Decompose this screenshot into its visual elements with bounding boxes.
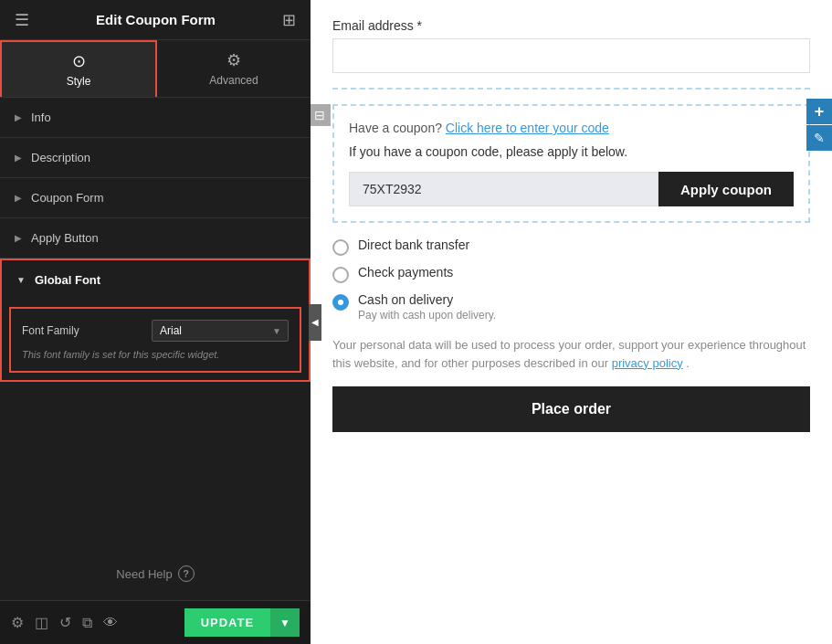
coupon-input[interactable] [349,172,658,206]
settings-icon[interactable]: ⚙ [11,614,24,631]
radio-cash-icon[interactable] [332,294,349,311]
apply-button-arrow-icon: ▶ [15,233,22,243]
privacy-link[interactable]: privacy policy [612,356,683,370]
update-button[interactable]: UPDATE [184,608,270,637]
apply-coupon-button[interactable]: Apply coupon [658,172,794,206]
left-panel: ☰ Edit Coupon Form ⊞ ⊙ Style ⚙ Advanced … [0,0,311,644]
payment-cash: Cash on delivery Pay with cash upon deli… [332,292,810,322]
update-arrow-button[interactable]: ▼ [270,608,300,637]
responsive-icon[interactable]: ⧉ [82,615,92,631]
help-icon: ? [178,565,195,582]
accordion-coupon-form: ▶ Coupon Form [0,178,311,218]
tab-style[interactable]: ⊙ Style [0,40,157,97]
radio-check-icon[interactable] [332,267,349,283]
payment-bank-transfer: Direct bank transfer [332,238,810,256]
bottom-toolbar: ⚙ ◫ ↺ ⧉ 👁 UPDATE ▼ [0,600,311,644]
accordion-coupon-form-label: Coupon Form [31,191,103,205]
edit-element-button[interactable]: ✎ [806,125,832,151]
coupon-form-arrow-icon: ▶ [15,193,22,203]
tab-advanced-label: Advanced [209,74,258,87]
accordion-description-header[interactable]: ▶ Description [0,138,311,177]
add-element-button[interactable]: + [806,99,832,124]
accordion-info-label: Info [31,111,51,124]
font-family-row: Font Family Arial Helvetica Georgia Time… [22,320,289,342]
preview-icon[interactable]: 👁 [103,615,118,631]
preview-area: Email address * ⊟ Have a coupon? Click h… [311,0,832,644]
coupon-section: Have a coupon? Click here to enter your … [332,104,810,223]
accordion-coupon-form-header[interactable]: ▶ Coupon Form [0,178,311,217]
coupon-input-row: Apply coupon [349,172,794,206]
panel-header: ☰ Edit Coupon Form ⊞ [0,0,311,40]
email-input[interactable] [332,38,810,73]
coupon-container: ⊟ Have a coupon? Click here to enter you… [332,104,810,223]
font-family-hint: This font family is set for this specifi… [22,349,289,360]
coupon-link-row: Have a coupon? Click here to enter your … [349,121,794,135]
coupon-description: If you have a coupon code, please apply … [349,144,794,159]
place-order-button[interactable]: Place order [332,386,810,432]
email-section: Email address * [332,18,810,90]
global-font-header[interactable]: ▼ Global Font [2,260,309,300]
toolbar-icons: ⚙ ◫ ↺ ⧉ 👁 [11,614,118,631]
font-family-select[interactable]: Arial Helvetica Georgia Times New Roman … [152,320,289,342]
font-family-select-wrapper: Arial Helvetica Georgia Times New Roman … [152,320,289,342]
spacer [0,382,311,547]
global-font-label: Global Font [35,273,100,287]
accordion-description: ▶ Description [0,138,311,178]
payment-check: Check payments [332,265,810,283]
accordion-info: ▶ Info [0,98,311,138]
tab-advanced[interactable]: ⚙ Advanced [157,40,311,97]
collapse-panel-handle[interactable]: ◀ [311,304,321,341]
payment-bank-label: Direct bank transfer [358,238,469,252]
accordion-description-label: Description [31,151,90,164]
accordion-apply-button-label: Apply Button [31,231,99,245]
grid-icon[interactable]: ⊞ [282,10,296,30]
accordion-info-header[interactable]: ▶ Info [0,98,311,137]
tabs-row: ⊙ Style ⚙ Advanced [0,40,311,98]
right-panel: Email address * ⊟ Have a coupon? Click h… [311,0,832,644]
need-help-section[interactable]: Need Help ? [0,547,311,600]
style-tab-icon: ⊙ [72,51,86,71]
tab-style-label: Style [67,75,91,88]
payment-check-label: Check payments [358,265,453,280]
coupon-toggle-icon[interactable]: ⊟ [311,104,331,126]
global-font-section: ▼ Global Font Font Family Arial Helvetic… [0,259,311,382]
info-arrow-icon: ▶ [15,112,22,122]
panel-title: Edit Coupon Form [96,12,216,27]
global-font-arrow-icon: ▼ [16,275,26,285]
hamburger-icon[interactable]: ☰ [15,10,29,30]
payment-cash-label: Cash on delivery Pay with cash upon deli… [358,292,496,322]
accordion-apply-button: ▶ Apply Button [0,218,311,259]
description-arrow-icon: ▶ [15,153,22,163]
advanced-tab-icon: ⚙ [226,50,241,70]
layers-icon[interactable]: ◫ [35,614,48,631]
payment-section: Direct bank transfer Check payments Cash… [332,238,810,322]
coupon-link[interactable]: Click here to enter your code [446,121,609,135]
email-label: Email address * [332,18,810,33]
privacy-note: Your personal data will be used to proce… [332,336,810,372]
accordion-apply-button-header[interactable]: ▶ Apply Button [0,218,311,258]
radio-bank-icon[interactable] [332,239,349,256]
font-family-label: Font Family [22,324,79,337]
have-coupon-text: Have a coupon? [349,121,442,135]
history-icon[interactable]: ↺ [59,614,71,631]
need-help-label: Need Help [116,567,172,581]
update-button-group: UPDATE ▼ [184,608,300,637]
font-family-section: Font Family Arial Helvetica Georgia Time… [9,307,301,373]
